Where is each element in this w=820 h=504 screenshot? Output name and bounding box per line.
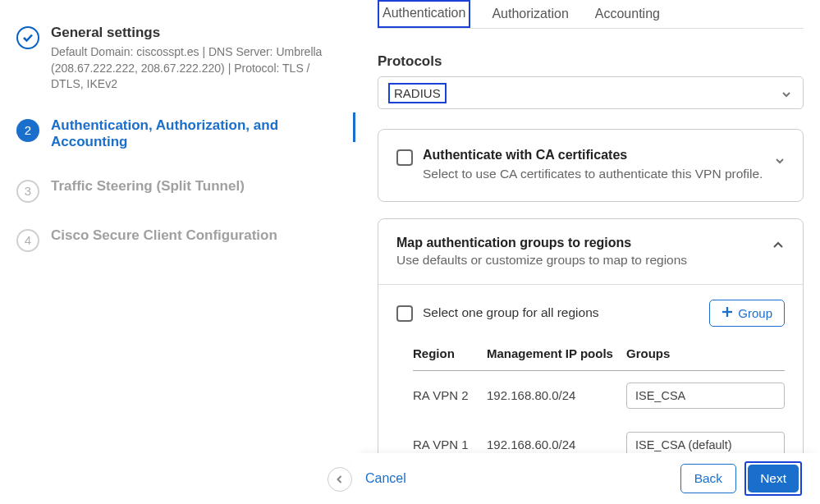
step-secure-client[interactable]: 4 Cisco Secure Client Configuration xyxy=(16,227,337,252)
td-ip: 192.168.60.0/24 xyxy=(487,438,626,451)
step-active-number: 2 xyxy=(16,119,39,142)
group-btn-label: Group xyxy=(738,306,772,320)
map-groups-title: Map authentication groups to regions xyxy=(396,236,785,250)
protocols-value: RADIUS xyxy=(388,83,447,103)
map-groups-subtitle: Use defaults or customize groups to map … xyxy=(396,253,785,268)
td-groups xyxy=(626,383,785,409)
ca-cert-title: Authenticate with CA certificates xyxy=(423,148,785,163)
cancel-button[interactable]: Cancel xyxy=(365,471,406,486)
tab-authorization[interactable]: Authorization xyxy=(487,0,573,28)
step-title: Traffic Steering (Split Tunnel) xyxy=(51,178,337,195)
step-aaa[interactable]: 2 Authentication, Authorization, and Acc… xyxy=(16,117,337,153)
collapse-button[interactable] xyxy=(328,467,352,492)
step-complete-icon xyxy=(16,26,39,49)
ca-cert-checkbox[interactable] xyxy=(396,149,413,166)
protocols-select[interactable]: RADIUS xyxy=(378,76,804,109)
step-title: General settings xyxy=(51,25,337,41)
chevron-down-icon[interactable] xyxy=(775,154,785,164)
tab-authentication[interactable]: Authentication xyxy=(378,0,470,28)
select-all-regions-label: Select one group for all regions xyxy=(423,305,599,320)
next-button[interactable]: Next xyxy=(748,465,799,493)
th-groups: Groups xyxy=(626,346,785,360)
back-button[interactable]: Back xyxy=(680,464,736,493)
step-subtitle: Default Domain: ciscosspt.es | DNS Serve… xyxy=(51,44,337,93)
td-region: RA VPN 1 xyxy=(413,437,487,453)
chevron-down-icon xyxy=(781,88,791,98)
group-input[interactable] xyxy=(626,383,785,409)
td-region: RA VPN 2 xyxy=(413,387,487,404)
step-number: 4 xyxy=(16,229,39,252)
table-row: RA VPN 2 192.168.80.0/24 xyxy=(413,371,785,420)
th-region: Region xyxy=(413,346,487,360)
th-ip: Management IP pools xyxy=(487,346,626,360)
check-icon xyxy=(22,32,34,44)
main-panel: Authentication Authorization Accounting … xyxy=(353,0,820,504)
protocols-label: Protocols xyxy=(378,53,804,70)
step-title: Authentication, Authorization, and Accou… xyxy=(51,117,337,150)
map-groups-card: Map authentication groups to regions Use… xyxy=(378,218,804,479)
add-group-button[interactable]: Group xyxy=(709,300,785,327)
td-ip: 192.168.80.0/24 xyxy=(487,388,626,402)
tab-bar: Authentication Authorization Accounting xyxy=(378,0,804,29)
tab-accounting[interactable]: Accounting xyxy=(590,0,665,28)
step-traffic-steering[interactable]: 3 Traffic Steering (Split Tunnel) xyxy=(16,178,337,203)
select-all-regions-checkbox[interactable] xyxy=(396,305,413,322)
step-general[interactable]: General settings Default Domain: ciscoss… xyxy=(16,25,337,93)
wizard-sidebar: General settings Default Domain: ciscoss… xyxy=(0,0,353,504)
chevron-up-icon[interactable] xyxy=(772,239,785,255)
ca-cert-card: Authenticate with CA certificates Select… xyxy=(378,129,804,202)
footer-bar: Cancel Back Next xyxy=(353,453,820,504)
step-number: 3 xyxy=(16,180,39,203)
ca-cert-subtitle: Select to use CA certificates to authent… xyxy=(423,165,785,183)
step-title: Cisco Secure Client Configuration xyxy=(51,227,337,244)
plus-icon xyxy=(722,306,733,320)
